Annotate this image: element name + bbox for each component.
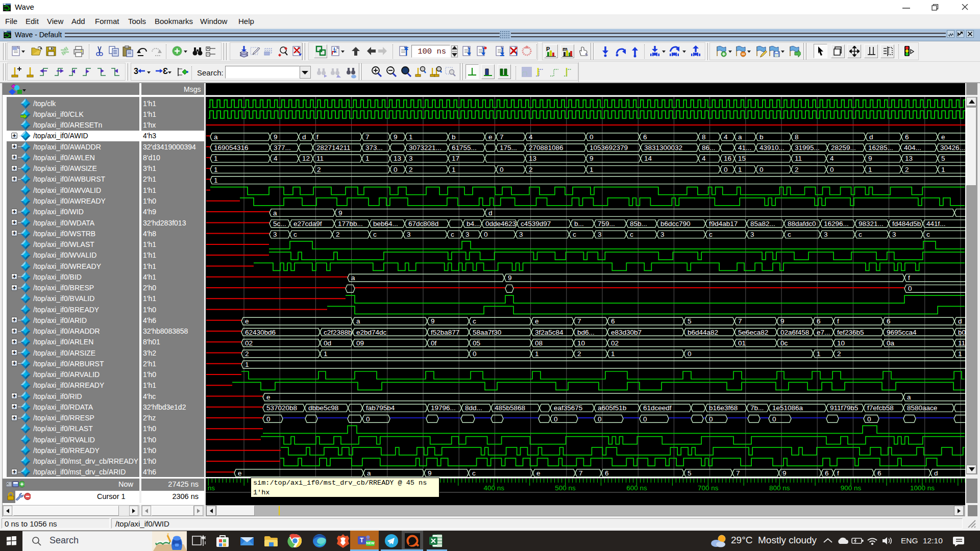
svg-text:9: 9 — [428, 469, 432, 477]
svg-text:377...: 377... — [274, 144, 291, 152]
svg-text:b: b — [452, 133, 456, 141]
svg-text:270881086: 270881086 — [529, 144, 564, 152]
svg-text:4: 4 — [724, 133, 728, 141]
svg-text:3831300032: 3831300032 — [644, 144, 682, 152]
svg-text:3: 3 — [465, 231, 470, 238]
svg-text:d: d — [934, 469, 938, 477]
svg-text:6: 6 — [877, 469, 881, 477]
svg-text:1: 1 — [738, 166, 742, 173]
svg-text:1: 1 — [817, 350, 821, 358]
svg-text:d: d — [302, 133, 306, 141]
svg-text:c: c — [709, 231, 713, 238]
svg-text:1: 1 — [535, 350, 539, 358]
svg-text:9: 9 — [394, 133, 398, 141]
svg-text:11: 11 — [316, 155, 324, 162]
svg-text:800 ns: 800 ns — [769, 484, 790, 492]
svg-text:c: c — [473, 317, 476, 325]
svg-text:d: d — [488, 209, 493, 217]
svg-text:41...: 41... — [738, 144, 751, 152]
svg-text:9: 9 — [782, 469, 787, 477]
svg-text:373...: 373... — [365, 144, 383, 152]
svg-text:02: 02 — [611, 339, 619, 347]
svg-text:3: 3 — [273, 231, 277, 238]
svg-text:2: 2 — [529, 166, 533, 173]
svg-text:86...: 86... — [702, 144, 715, 152]
svg-text:759...: 759... — [598, 220, 615, 228]
svg-text:0: 0 — [867, 415, 871, 423]
svg-text:13: 13 — [905, 155, 913, 162]
svg-text:1: 1 — [590, 166, 594, 173]
svg-text:d: d — [958, 317, 962, 325]
svg-text:2: 2 — [317, 166, 321, 173]
svg-text:13: 13 — [529, 155, 536, 162]
svg-text:01: 01 — [738, 339, 746, 347]
svg-text:1: 1 — [214, 155, 218, 162]
svg-text:f7efcb58: f7efcb58 — [867, 404, 894, 412]
svg-text:5c...: 5c... — [273, 220, 286, 228]
svg-text:0: 0 — [554, 415, 558, 423]
svg-text:11: 11 — [795, 155, 802, 162]
svg-text:6: 6 — [887, 317, 891, 325]
svg-text:0: 0 — [266, 415, 271, 423]
svg-text:02: 02 — [245, 339, 253, 347]
svg-text:c4539d97: c4539d97 — [521, 220, 551, 228]
svg-text:31995...: 31995... — [795, 144, 820, 152]
svg-text:b6d44a82: b6d44a82 — [688, 329, 718, 336]
svg-text:1: 1 — [611, 350, 615, 358]
svg-text:c: c — [373, 231, 377, 238]
svg-text:0: 0 — [473, 350, 477, 358]
svg-text:b16e3f68: b16e3f68 — [709, 404, 738, 412]
svg-text:3: 3 — [407, 231, 411, 238]
svg-text:0: 0 — [590, 133, 594, 141]
svg-text:6: 6 — [611, 317, 615, 325]
svg-text:5e6eca82: 5e6eca82 — [738, 329, 768, 336]
svg-text:e: e — [536, 469, 541, 477]
svg-text:7: 7 — [577, 317, 581, 325]
svg-text:a: a — [367, 469, 371, 477]
svg-text:8580aace: 8580aace — [907, 404, 937, 412]
svg-text:fef236b5: fef236b5 — [837, 329, 864, 336]
svg-text:2: 2 — [905, 166, 909, 173]
svg-text:88dafdc0: 88dafdc0 — [788, 220, 816, 228]
svg-text:0: 0 — [772, 415, 776, 423]
svg-text:c: c — [926, 231, 930, 238]
svg-text:7: 7 — [500, 133, 504, 141]
svg-text:0: 0 — [760, 166, 764, 173]
svg-text:eaf35675: eaf35675 — [554, 404, 582, 412]
svg-text:bd6...: bd6... — [577, 329, 595, 336]
svg-text:e: e — [535, 317, 539, 325]
svg-text:05: 05 — [473, 339, 480, 347]
svg-text:1: 1 — [214, 177, 218, 184]
svg-text:a: a — [738, 133, 742, 141]
svg-text:e83d30b7: e83d30b7 — [611, 329, 642, 336]
svg-text:282714211: 282714211 — [316, 144, 351, 152]
svg-text:4: 4 — [274, 155, 278, 162]
svg-text:0dde4623: 0dde4623 — [485, 220, 516, 228]
svg-text:9: 9 — [868, 155, 872, 162]
svg-text:e27cda9f: e27cda9f — [293, 220, 322, 228]
svg-text:dbbe5c98: dbbe5c98 — [308, 404, 338, 412]
svg-text:7: 7 — [736, 469, 740, 477]
svg-text:500 ns: 500 ns — [555, 484, 576, 492]
svg-text:0a: 0a — [887, 339, 895, 347]
svg-text:3: 3 — [409, 155, 413, 162]
svg-text:169054316: 169054316 — [214, 144, 249, 152]
svg-text:2: 2 — [837, 350, 841, 358]
svg-text:c2f2388b: c2f2388b — [324, 329, 352, 336]
svg-text:10: 10 — [837, 339, 845, 347]
svg-text:61755...: 61755... — [452, 144, 477, 152]
svg-text:b: b — [760, 133, 764, 141]
svg-text:1e51086a: 1e51086a — [772, 404, 803, 412]
svg-text:f: f — [837, 469, 839, 477]
svg-text:1: 1 — [941, 166, 945, 173]
svg-text:3: 3 — [598, 231, 602, 238]
svg-text:911f79b5: 911f79b5 — [830, 404, 858, 412]
svg-text:19796...: 19796... — [431, 404, 456, 412]
svg-text:fd484d5b: fd484d5b — [892, 220, 921, 228]
svg-text:10: 10 — [577, 339, 585, 347]
svg-text:3: 3 — [519, 231, 523, 238]
svg-text:1: 1 — [365, 155, 370, 162]
svg-text:6: 6 — [825, 469, 829, 477]
svg-text:5: 5 — [941, 155, 945, 162]
svg-text:a605f51b: a605f51b — [598, 404, 626, 412]
